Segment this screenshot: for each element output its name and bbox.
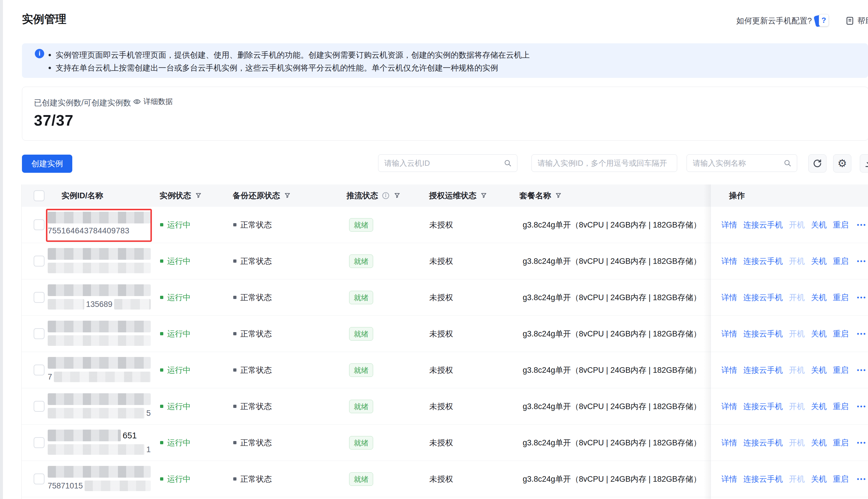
instance-status: 运行中: [160, 352, 191, 388]
more-actions-button[interactable]: [857, 369, 865, 371]
power-on-link[interactable]: 开机: [789, 220, 805, 230]
instance-id-line: 5: [48, 408, 151, 418]
more-actions-button[interactable]: [857, 224, 865, 226]
filter-icon[interactable]: [393, 192, 401, 199]
update-config-link[interactable]: 如何更新云手机配置?: [736, 15, 812, 26]
row-checkbox[interactable]: [34, 401, 45, 412]
connect-phone-link[interactable]: 连接云手机: [743, 256, 783, 267]
connect-phone-link[interactable]: 连接云手机: [743, 401, 783, 412]
row-checkbox[interactable]: [34, 256, 45, 267]
backup-status: 正常状态: [233, 461, 272, 497]
table-row: 651 1 运行中 正常状态 就绪 未授权 g3.8c24g单开（8vCPU |…: [21, 425, 868, 461]
connect-phone-link[interactable]: 连接云手机: [743, 474, 783, 484]
id-visible-fragment: 1: [146, 445, 151, 454]
machine-id-search-input[interactable]: [383, 158, 504, 168]
row-checkbox[interactable]: [34, 219, 45, 230]
table-row: 135689 运行中 正常状态 就绪 未授权 g3.8c24g单开（8vCPU …: [21, 279, 868, 316]
more-actions-button[interactable]: [857, 478, 865, 480]
power-on-link[interactable]: 开机: [789, 292, 805, 303]
instance-name-search-input[interactable]: [692, 158, 783, 168]
detail-link[interactable]: 详情: [721, 292, 737, 303]
instance-status: 运行中: [160, 425, 191, 461]
name-visible-fragment: 651: [123, 431, 137, 440]
restart-link[interactable]: 重启: [833, 401, 849, 412]
power-off-link[interactable]: 关机: [811, 401, 827, 412]
backup-status: 正常状态: [233, 279, 272, 315]
filter-icon[interactable]: [555, 192, 562, 199]
detail-link[interactable]: 详情: [721, 401, 737, 412]
status-text: 运行中: [167, 292, 191, 303]
refresh-button[interactable]: [808, 154, 827, 172]
filter-icon[interactable]: [284, 192, 291, 199]
detail-link[interactable]: 详情: [721, 329, 737, 339]
filter-icon[interactable]: [480, 192, 488, 199]
power-off-link[interactable]: 关机: [811, 474, 827, 484]
connect-phone-link[interactable]: 连接云手机: [743, 365, 783, 375]
auth-status: 未授权: [429, 401, 453, 412]
download-button[interactable]: [860, 154, 868, 172]
connect-phone-link[interactable]: 连接云手机: [743, 220, 783, 230]
power-off-link[interactable]: 关机: [811, 365, 827, 375]
plan-name: g3.8c24g单开（8vCPU | 24GB内存 | 182GB存储）: [523, 365, 701, 375]
backup-text: 正常状态: [240, 401, 272, 412]
power-off-link[interactable]: 关机: [811, 292, 827, 303]
detail-link[interactable]: 详情: [721, 365, 737, 375]
detail-link[interactable]: 详情: [721, 438, 737, 448]
restart-link[interactable]: 重启: [833, 220, 849, 230]
instance-id-line: 135689: [48, 299, 151, 309]
question-card-icon[interactable]: ?: [815, 14, 830, 27]
backup-text: 正常状态: [240, 256, 272, 267]
connect-phone-link[interactable]: 连接云手机: [743, 438, 783, 448]
row-checkbox[interactable]: [34, 328, 45, 339]
power-on-link[interactable]: 开机: [789, 329, 805, 339]
detail-data-link[interactable]: 详细数据: [133, 97, 173, 106]
power-on-link[interactable]: 开机: [789, 256, 805, 267]
power-off-link[interactable]: 关机: [811, 329, 827, 339]
detail-link[interactable]: 详情: [721, 220, 737, 230]
power-off-link[interactable]: 关机: [811, 220, 827, 230]
backup-text: 正常状态: [240, 438, 272, 448]
table-row: 7 运行中 正常状态 就绪 未授权 g3.8c24g单开（8vCPU | 24G…: [21, 352, 868, 388]
create-instance-button[interactable]: 创建实例: [22, 155, 72, 173]
detail-link[interactable]: 详情: [721, 256, 737, 267]
plan-name: g3.8c24g单开（8vCPU | 24GB内存 | 182GB存储）: [523, 401, 701, 412]
row-checkbox[interactable]: [34, 474, 45, 484]
row-checkbox[interactable]: [34, 365, 45, 375]
row-actions: 详情 连接云手机 开机 关机 重启: [721, 316, 865, 352]
restart-link[interactable]: 重启: [833, 365, 849, 375]
power-off-link[interactable]: 关机: [811, 438, 827, 448]
connect-phone-link[interactable]: 连接云手机: [743, 292, 783, 303]
more-actions-button[interactable]: [857, 260, 865, 262]
stats-value: 37/37: [34, 112, 74, 129]
detail-link[interactable]: 详情: [721, 474, 737, 484]
help-doc-link[interactable]: 帮助文档: [857, 15, 868, 26]
more-actions-button[interactable]: [857, 405, 865, 407]
connect-phone-link[interactable]: 连接云手机: [743, 329, 783, 339]
restart-link[interactable]: 重启: [833, 256, 849, 267]
select-all-checkbox[interactable]: [34, 190, 45, 201]
status-dot: [160, 368, 163, 372]
restart-link[interactable]: 重启: [833, 474, 849, 484]
more-actions-button[interactable]: [857, 442, 865, 444]
info-circle-icon[interactable]: [382, 192, 390, 200]
row-checkbox[interactable]: [34, 292, 45, 303]
power-on-link[interactable]: 开机: [789, 401, 805, 412]
power-on-link[interactable]: 开机: [789, 365, 805, 375]
restart-link[interactable]: 重启: [833, 329, 849, 339]
more-actions-button[interactable]: [857, 333, 865, 335]
status-dot: [233, 477, 237, 480]
power-on-link[interactable]: 开机: [789, 438, 805, 448]
instance-id-search-input[interactable]: [537, 158, 672, 168]
instance-status: 运行中: [160, 207, 191, 243]
power-off-link[interactable]: 关机: [811, 256, 827, 267]
settings-button[interactable]: ⚙: [833, 154, 851, 172]
power-on-link[interactable]: 开机: [789, 474, 805, 484]
restart-link[interactable]: 重启: [833, 292, 849, 303]
more-actions-button[interactable]: [857, 297, 865, 299]
filter-icon[interactable]: [194, 192, 202, 199]
row-actions: 详情 连接云手机 开机 关机 重启: [721, 388, 865, 424]
col-actions: 操作: [729, 184, 745, 207]
status-text: 运行中: [167, 329, 191, 339]
row-checkbox[interactable]: [34, 437, 45, 448]
restart-link[interactable]: 重启: [833, 438, 849, 448]
